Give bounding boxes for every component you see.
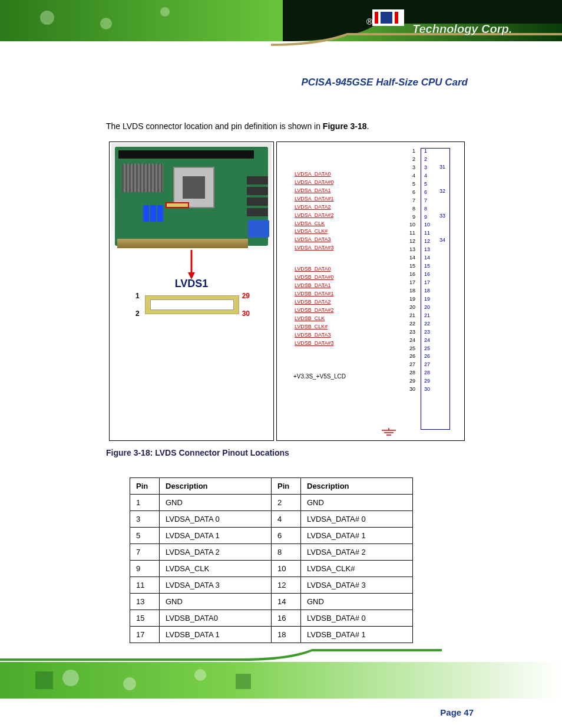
connector-diagram: 1 2 29 30 [133,291,251,319]
svg-rect-17 [0,662,562,699]
pin-29-label: 29 [242,292,250,300]
table-row: 5LVDSA_DATA 16LVDSA_DATA# 1 [130,528,413,544]
pin-1-label: 1 [135,292,140,300]
lvds-location-highlight [166,202,189,208]
pin-30-label: 30 [242,309,250,318]
pin-2-label: 2 [135,309,140,318]
schematic-pins-source: 1234567891011121314151617181920212223242… [409,147,415,394]
header-banner: Technology Corp. ® [0,0,562,59]
table-row: 3LVDSA_DATA 04LVDSA_DATA# 0 [130,511,413,528]
table-row: 1GND2GND [130,495,413,511]
board-illustration [111,143,272,249]
col-header: Description [160,478,272,495]
svg-point-3 [100,18,112,29]
svg-rect-9 [395,12,398,24]
pinout-table: Pin Description Pin Description 1GND2GND… [130,477,413,643]
figure-right-panel: xx LVDSA_DATA0 LVDSA_DATA#0 LVDSA_DATA1 … [276,141,465,441]
page-title: PCISA-945GSE Half-Size CPU Card [302,77,468,88]
table-row: 17LVDSB_DATA 118LVDSB_DATA# 1 [130,627,413,643]
svg-text:Technology Corp.: Technology Corp. [412,22,512,35]
connector-label: LVDS1 [110,278,273,290]
table-row: 15LVDSB_DATA016LVDSB_DATA# 0 [130,610,413,627]
intro-fig-ref: Figure 3-18 [323,121,367,131]
intro-part2: . [367,121,369,131]
footer-banner [0,645,562,699]
svg-point-4 [160,7,170,17]
table-row: 9LVDSA_CLK10LVDSA_CLK# [130,561,413,577]
schematic-signal-labels: xx LVDSA_DATA0 LVDSA_DATA#0 LVDSA_DATA1 … [295,154,334,348]
figure-row: LVDS1 1 2 29 30 xx LVDSA_DATA0 LVDSA_DAT… [109,141,465,441]
figure-left-panel: LVDS1 1 2 29 30 [109,141,274,441]
intro-text: The LVDS connector location and pin defi… [106,121,462,133]
svg-rect-21 [35,671,53,689]
svg-point-19 [123,677,136,690]
page-number: Page 47 [440,707,474,717]
table-row: 13GND14GND [130,594,413,610]
figure-caption: Figure 3-18: LVDS Connector Pinout Locat… [106,448,289,457]
table-row: 7LVDSA_DATA 28LVDSA_DATA# 2 [130,544,413,561]
svg-rect-22 [236,674,251,689]
svg-text:®: ® [366,17,373,27]
schematic-pins-target: 1234567891011121314151617181920212223242… [424,147,430,394]
svg-point-2 [40,11,54,25]
table-header-row: Pin Description Pin Description [130,478,413,495]
table-row: 11LVDSA_DATA 312LVDSA_DATA# 3 [130,577,413,594]
col-header: Pin [130,478,160,495]
svg-rect-7 [375,12,378,24]
ground-symbol-icon [377,428,401,437]
voltage-label: +V3.3S_+V5S_LCD [293,373,346,380]
schematic-pins-extra: 31323334 [439,155,445,253]
arrow-down-icon [186,250,197,279]
svg-point-18 [62,670,79,686]
svg-rect-8 [381,12,392,24]
col-header: Pin [272,478,301,495]
intro-part1: The LVDS connector location and pin defi… [106,121,323,131]
svg-point-20 [194,669,206,681]
col-header: Description [301,478,413,495]
